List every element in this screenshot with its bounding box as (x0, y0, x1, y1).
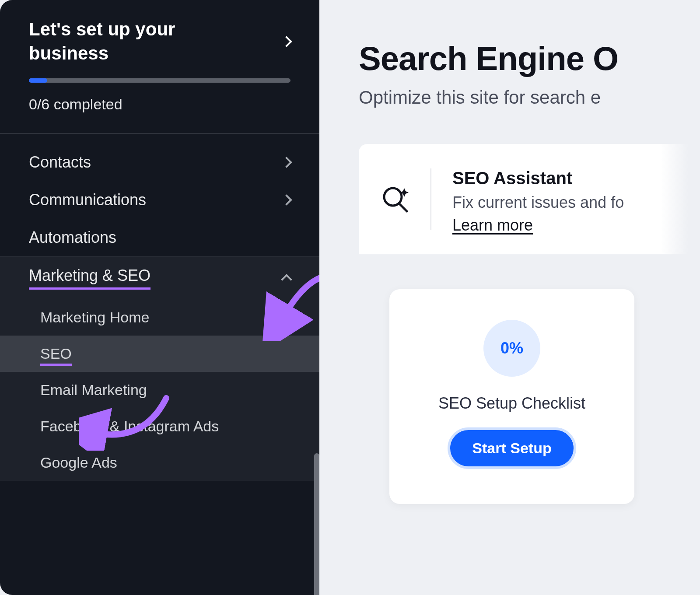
start-setup-button[interactable]: Start Setup (448, 427, 576, 469)
checklist-title: SEO Setup Checklist (438, 394, 585, 413)
chevron-right-icon (281, 157, 292, 168)
main-content: Search Engine O Optimize this site for s… (319, 0, 700, 595)
assistant-title: SEO Assistant (452, 168, 700, 188)
sidebar-sub-label: SEO (40, 345, 72, 366)
sidebar-sub-seo[interactable]: SEO (0, 336, 319, 372)
sidebar-sub-label: Facebook & Instagram Ads (40, 418, 219, 434)
chevron-up-icon (281, 274, 292, 285)
sidebar: Let's set up your business 0/6 completed… (0, 0, 319, 595)
sidebar-sub-marketing-home[interactable]: Marketing Home (0, 299, 319, 336)
sidebar-sub-facebook-instagram-ads[interactable]: Facebook & Instagram Ads (0, 408, 319, 444)
checklist-percent-value: 0% (500, 339, 523, 357)
seo-assistant-card: SEO Assistant Fix current issues and fo … (359, 144, 700, 254)
assistant-desc: Fix current issues and fo (452, 193, 700, 212)
chevron-right-icon (281, 194, 292, 205)
sidebar-sub-label: Email Marketing (40, 382, 147, 398)
sidebar-sub-label: Google Ads (40, 454, 117, 471)
sidebar-sub-email-marketing[interactable]: Email Marketing (0, 372, 319, 408)
sidebar-nav: Contacts Communications Automations Mark… (0, 134, 319, 481)
chevron-right-icon (281, 36, 292, 47)
svg-line-1 (399, 203, 407, 211)
page-title: Search Engine O (359, 39, 700, 77)
sidebar-item-automations[interactable]: Automations (0, 219, 319, 256)
sidebar-item-label: Automations (29, 228, 116, 247)
sidebar-sub-google-ads[interactable]: Google Ads (0, 444, 319, 481)
sidebar-item-marketing-seo[interactable]: Marketing & SEO (0, 256, 319, 299)
setup-progress-fill (29, 78, 47, 83)
setup-title: Let's set up your business (29, 18, 234, 65)
sidebar-item-label: Communications (29, 191, 146, 209)
setup-block: Let's set up your business 0/6 completed (0, 0, 319, 134)
sidebar-subnav: Marketing Home SEO Email Marketing Faceb… (0, 299, 319, 481)
setup-progress-label: 0/6 completed (29, 96, 290, 113)
sidebar-scrollbar-thumb[interactable] (314, 453, 319, 595)
sidebar-item-communications[interactable]: Communications (0, 181, 319, 219)
sidebar-item-contacts[interactable]: Contacts (0, 144, 319, 181)
assistant-learn-more-link[interactable]: Learn more (452, 216, 533, 234)
setup-progress-track (29, 78, 290, 83)
assistant-icon-wrap (381, 168, 431, 230)
page-subtitle: Optimize this site for search e (359, 87, 700, 108)
sidebar-sub-label: Marketing Home (40, 309, 149, 326)
assistant-body: SEO Assistant Fix current issues and fo … (452, 168, 700, 234)
sidebar-item-label: Contacts (29, 153, 91, 172)
setup-title-row[interactable]: Let's set up your business (29, 18, 290, 65)
checklist-percent-badge: 0% (483, 320, 540, 377)
seo-checklist-card: 0% SEO Setup Checklist Start Setup (389, 289, 634, 504)
sidebar-item-label: Marketing & SEO (29, 266, 150, 290)
search-sparkle-icon (381, 184, 411, 214)
